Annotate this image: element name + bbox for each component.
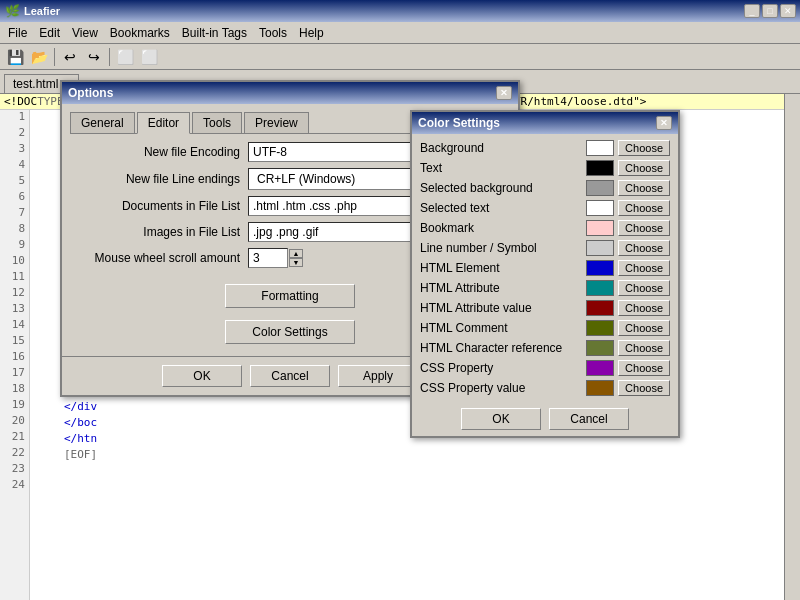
toolbar-separator	[54, 48, 55, 66]
spin-up[interactable]: ▲	[289, 249, 303, 258]
line-18: 18	[0, 382, 29, 398]
menu-edit[interactable]: Edit	[33, 24, 66, 42]
color-label-background: Background	[420, 141, 582, 155]
scroll-input[interactable]	[248, 248, 288, 268]
menu-view[interactable]: View	[66, 24, 104, 42]
choose-selected-bg-button[interactable]: Choose	[618, 180, 670, 196]
title-bar: 🌿 Leafier _ □ ✕	[0, 0, 800, 22]
menu-bar: File Edit View Bookmarks Built-in Tags T…	[0, 22, 800, 44]
spin-down[interactable]: ▼	[289, 258, 303, 267]
options-close-button[interactable]: ✕	[496, 86, 512, 100]
editor-gutter: 1 2 3 4 5 6 7 8 9 10 11 12 13 14 15 16 1…	[0, 110, 30, 600]
line-2: 2	[0, 126, 29, 142]
window-btn-1[interactable]: ⬜	[114, 46, 136, 68]
file-tab-label: test.html	[13, 77, 58, 91]
line-4: 4	[0, 158, 29, 174]
choose-html-attr-button[interactable]: Choose	[618, 280, 670, 296]
line-3: 3	[0, 142, 29, 158]
color-row-selected-text: Selected text Choose	[412, 198, 678, 218]
color-swatch-html-comment	[586, 320, 614, 336]
choose-line-number-button[interactable]: Choose	[618, 240, 670, 256]
tab-preview[interactable]: Preview	[244, 112, 309, 133]
window-controls: _ □ ✕	[744, 4, 796, 18]
color-settings-button[interactable]: Color Settings	[225, 320, 355, 344]
documents-label: Documents in File List	[70, 199, 240, 213]
line-21: 21	[0, 430, 29, 446]
choose-background-button[interactable]: Choose	[618, 140, 670, 156]
options-apply-button[interactable]: Apply	[338, 365, 418, 387]
choose-html-char-ref-button[interactable]: Choose	[618, 340, 670, 356]
color-row-selected-bg: Selected background Choose	[412, 178, 678, 198]
tab-editor[interactable]: Editor	[137, 112, 190, 134]
menu-help[interactable]: Help	[293, 24, 330, 42]
color-label-selected-text: Selected text	[420, 201, 582, 215]
line-19: 19	[0, 398, 29, 414]
line-24: 24	[0, 478, 29, 494]
color-settings-close-button[interactable]: ✕	[656, 116, 672, 130]
line-14: 14	[0, 318, 29, 334]
line-20: 20	[0, 414, 29, 430]
choose-selected-text-button[interactable]: Choose	[618, 200, 670, 216]
scroll-spinner: ▲ ▼	[248, 248, 303, 268]
choose-html-attr-val-button[interactable]: Choose	[618, 300, 670, 316]
color-label-selected-bg: Selected background	[420, 181, 582, 195]
color-dialog-footer: OK Cancel	[412, 402, 678, 436]
color-settings-title-bar: Color Settings ✕	[412, 112, 678, 134]
redo-button[interactable]: ↪	[83, 46, 105, 68]
color-rows-container: Background Choose Text Choose Selected b…	[412, 134, 678, 402]
color-cancel-button[interactable]: Cancel	[549, 408, 629, 430]
choose-bookmark-button[interactable]: Choose	[618, 220, 670, 236]
color-swatch-background	[586, 140, 614, 156]
encoding-label: New file Encoding	[70, 145, 240, 159]
color-swatch-html-element	[586, 260, 614, 276]
close-button[interactable]: ✕	[780, 4, 796, 18]
color-settings-dialog[interactable]: Color Settings ✕ Background Choose Text …	[410, 110, 680, 438]
line-22: 22	[0, 446, 29, 462]
save-button[interactable]: 💾	[4, 46, 26, 68]
undo-button[interactable]: ↩	[59, 46, 81, 68]
line-8: 8	[0, 222, 29, 238]
choose-css-prop-val-button[interactable]: Choose	[618, 380, 670, 396]
maximize-button[interactable]: □	[762, 4, 778, 18]
color-label-html-comment: HTML Comment	[420, 321, 582, 335]
color-ok-button[interactable]: OK	[461, 408, 541, 430]
options-title: Options	[68, 86, 496, 100]
color-row-html-attr: HTML Attribute Choose	[412, 278, 678, 298]
color-swatch-selected-bg	[586, 180, 614, 196]
menu-builtin-tags[interactable]: Built-in Tags	[176, 24, 253, 42]
color-swatch-selected-text	[586, 200, 614, 216]
tab-general[interactable]: General	[70, 112, 135, 133]
editor-scrollbar[interactable]	[784, 94, 800, 600]
window-btn-2[interactable]: ⬜	[138, 46, 160, 68]
color-label-bookmark: Bookmark	[420, 221, 582, 235]
line-13: 13	[0, 302, 29, 318]
line-5: 5	[0, 174, 29, 190]
color-row-css-prop-val: CSS Property value Choose	[412, 378, 678, 398]
color-swatch-css-prop	[586, 360, 614, 376]
line-16: 16	[0, 350, 29, 366]
color-row-html-comment: HTML Comment Choose	[412, 318, 678, 338]
menu-file[interactable]: File	[2, 24, 33, 42]
choose-text-button[interactable]: Choose	[618, 160, 670, 176]
choose-css-prop-button[interactable]: Choose	[618, 360, 670, 376]
choose-html-comment-button[interactable]: Choose	[618, 320, 670, 336]
scroll-label: Mouse wheel scroll amount	[70, 251, 240, 265]
options-ok-button[interactable]: OK	[162, 365, 242, 387]
menu-bookmarks[interactable]: Bookmarks	[104, 24, 176, 42]
choose-html-element-button[interactable]: Choose	[618, 260, 670, 276]
tab-tools[interactable]: Tools	[192, 112, 242, 133]
options-cancel-button[interactable]: Cancel	[250, 365, 330, 387]
color-label-line-number: Line number / Symbol	[420, 241, 582, 255]
color-row-background: Background Choose	[412, 138, 678, 158]
color-swatch-line-number	[586, 240, 614, 256]
color-row-line-number: Line number / Symbol Choose	[412, 238, 678, 258]
line-endings-label: New file Line endings	[70, 172, 240, 186]
open-button[interactable]: 📂	[28, 46, 50, 68]
formatting-button[interactable]: Formatting	[225, 284, 355, 308]
minimize-button[interactable]: _	[744, 4, 760, 18]
color-swatch-html-char-ref	[586, 340, 614, 356]
line-7: 7	[0, 206, 29, 222]
color-swatch-text	[586, 160, 614, 176]
menu-tools[interactable]: Tools	[253, 24, 293, 42]
color-swatch-bookmark	[586, 220, 614, 236]
